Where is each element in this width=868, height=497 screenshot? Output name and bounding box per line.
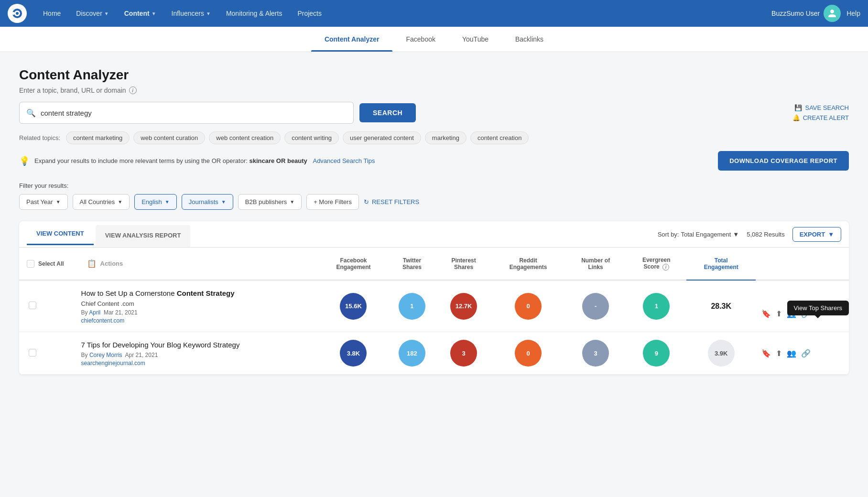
row2-share-icon[interactable]: ⬆ xyxy=(776,349,782,358)
save-search-link[interactable]: 💾 SAVE SEARCH xyxy=(794,104,849,111)
english-chevron: ▼ xyxy=(165,199,170,205)
nav-projects[interactable]: Projects xyxy=(291,6,328,21)
row1-facebook: 15.6K xyxy=(319,280,388,332)
download-coverage-report-button[interactable]: DOWNLOAD COVERAGE REPORT xyxy=(718,151,849,171)
filter-all-countries[interactable]: All Countries ▼ xyxy=(73,194,130,210)
row2-total: 3.9K xyxy=(686,332,756,375)
topic-tag-5[interactable]: marketing xyxy=(425,131,467,144)
nav-user[interactable]: BuzzSumo User xyxy=(771,5,841,22)
topic-tag-3[interactable]: content writing xyxy=(284,131,339,144)
filter-past-year[interactable]: Past Year ▼ xyxy=(19,194,68,210)
search-button[interactable]: SEARCH xyxy=(359,103,416,122)
view-analysis-tab[interactable]: VIEW ANALYSIS REPORT xyxy=(96,225,191,247)
col-pinterest: PinterestShares xyxy=(436,248,491,280)
evergreen-info-icon[interactable]: i xyxy=(662,264,669,270)
export-chevron: ▼ xyxy=(828,231,834,238)
col-twitter: TwitterShares xyxy=(388,248,436,280)
tab-facebook[interactable]: Facebook xyxy=(392,27,448,52)
row2-link-icon[interactable]: 🔗 xyxy=(801,349,811,358)
row1-share-icon[interactable]: ⬆ xyxy=(776,309,782,318)
table-row: 7 Tips for Developing Your Blog Keyword … xyxy=(19,332,849,375)
actions-header: 📋 Actions xyxy=(72,248,319,280)
topic-tag-4[interactable]: user generated content xyxy=(343,131,421,144)
user-name-label: BuzzSumo User xyxy=(771,10,820,17)
nav-influencers[interactable]: Influencers ▼ xyxy=(165,6,217,21)
row1-meta: By April Mar 21, 2021 xyxy=(81,309,310,316)
tab-backlinks[interactable]: Backlinks xyxy=(502,27,557,52)
col-links: Number ofLinks xyxy=(565,248,626,280)
row2-meta: By Corey Morris Apr 21, 2021 xyxy=(81,352,310,358)
export-button[interactable]: EXPORT ▼ xyxy=(792,227,841,242)
select-all-label: Select All xyxy=(38,260,64,267)
table-tabs-row: VIEW CONTENT VIEW ANALYSIS REPORT Sort b… xyxy=(19,221,849,248)
row1-article: How to Set Up a Cornerstone Content Stra… xyxy=(72,280,319,332)
search-icon: 🔍 xyxy=(26,108,36,118)
search-box: 🔍 xyxy=(19,102,354,124)
row1-reddit: 0 xyxy=(491,280,565,332)
filter-english[interactable]: English ▼ xyxy=(134,194,177,210)
nav-home[interactable]: Home xyxy=(36,6,67,21)
filter-b2b-publishers[interactable]: B2B publishers ▼ xyxy=(238,194,302,210)
tips-example: skincare OR beauty xyxy=(249,157,307,164)
reset-filters-button[interactable]: ↻ RESET FILTERS xyxy=(364,198,419,205)
actions-label: Actions xyxy=(100,260,123,267)
select-all-header: Select All xyxy=(19,248,72,280)
nav-links: Home Discover ▼ Content ▼ Influencers ▼ … xyxy=(36,6,771,21)
logo[interactable] xyxy=(8,4,27,23)
topic-tag-6[interactable]: content creation xyxy=(470,131,529,144)
row1-tooltip-container: View Top Sharers 🔖 ⬆ 👥 🔗 xyxy=(756,305,849,322)
row1-author[interactable]: April xyxy=(89,309,100,316)
create-alert-link[interactable]: 🔔 CREATE ALERT xyxy=(792,114,849,121)
bulb-icon: 💡 xyxy=(19,156,30,166)
row2-bookmark-icon[interactable]: 🔖 xyxy=(761,349,771,358)
row2-pinterest-circle: 3 xyxy=(450,340,477,367)
nav-help[interactable]: Help xyxy=(846,10,860,17)
topic-tag-2[interactable]: web content creation xyxy=(209,131,281,144)
row1-domain[interactable]: chiefcontent.com xyxy=(81,317,310,324)
sort-by-value: Total Engagement xyxy=(681,231,731,238)
info-icon[interactable]: i xyxy=(129,86,137,94)
select-all-checkbox[interactable] xyxy=(27,260,34,268)
content-chevron: ▼ xyxy=(152,11,156,16)
related-topics-row: Related topics: content marketing web co… xyxy=(19,131,849,144)
nav-right: BuzzSumo User Help xyxy=(771,5,860,22)
past-year-chevron: ▼ xyxy=(56,199,61,205)
topic-tag-0[interactable]: content marketing xyxy=(66,131,130,144)
filter-journalists[interactable]: Journalists ▼ xyxy=(182,194,233,210)
row2-domain[interactable]: searchenginejournal.com xyxy=(81,360,310,367)
nav-discover[interactable]: Discover ▼ xyxy=(69,6,115,21)
sort-chevron: ▼ xyxy=(733,231,739,238)
row2-author[interactable]: Corey Morris xyxy=(89,352,122,358)
row1-pinterest: 12.7K xyxy=(436,280,491,332)
row1-pinterest-circle: 12.7K xyxy=(450,293,477,320)
row1-bookmark-icon[interactable]: 🔖 xyxy=(761,309,771,318)
data-table: Select All 📋 Actions FacebookEngagement … xyxy=(19,248,849,375)
col-facebook: FacebookEngagement xyxy=(319,248,388,280)
row1-twitter-circle: 1 xyxy=(399,293,425,320)
row1-subtitle: Chief Content .com xyxy=(81,300,310,307)
more-filters-button[interactable]: + More Filters xyxy=(306,194,359,210)
row2-evergreen: 9 xyxy=(626,332,686,375)
svg-point-3 xyxy=(12,12,15,15)
advanced-search-link[interactable]: Advanced Search Tips xyxy=(313,157,375,164)
save-icon: 💾 xyxy=(794,104,802,111)
tab-youtube[interactable]: YouTube xyxy=(449,27,502,52)
row2-reddit: 0 xyxy=(491,332,565,375)
row2-action-icons: 🔖 ⬆ 👥 🔗 xyxy=(756,332,849,375)
svg-point-2 xyxy=(16,12,19,15)
col-actions xyxy=(756,248,849,280)
row2-facebook-circle: 3.8K xyxy=(340,340,367,367)
topic-tag-1[interactable]: web content curation xyxy=(133,131,205,144)
row1-checkbox[interactable] xyxy=(29,302,36,309)
sort-by-selector[interactable]: Sort by: Total Engagement ▼ xyxy=(658,231,739,238)
nav-monitoring[interactable]: Monitoring & Alerts xyxy=(219,6,289,21)
nav-content[interactable]: Content ▼ xyxy=(118,6,163,21)
row2-checkbox[interactable] xyxy=(29,349,36,357)
row2-evergreen-circle: 9 xyxy=(643,340,670,367)
view-content-tab[interactable]: VIEW CONTENT xyxy=(27,223,94,245)
row2-people-icon[interactable]: 👥 xyxy=(787,349,796,358)
search-input[interactable] xyxy=(41,109,347,117)
row1-action-icons: View Top Sharers 🔖 ⬆ 👥 🔗 xyxy=(756,280,849,332)
tab-content-analyzer[interactable]: Content Analyzer xyxy=(311,27,393,52)
alert-icon: 🔔 xyxy=(792,114,800,121)
